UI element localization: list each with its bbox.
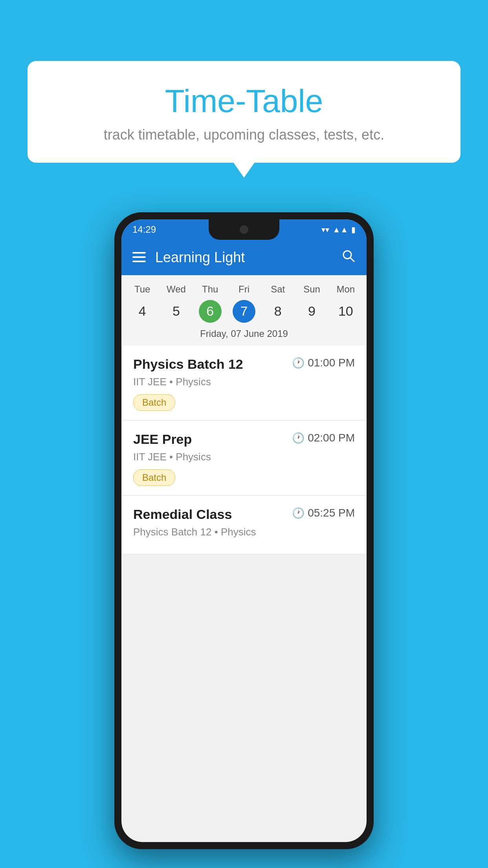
app-title: Learning Light [155,249,341,266]
status-icons: ▾▾ ▲▲ ▮ [321,225,356,234]
clock-icon-2: 🕐 [292,432,305,444]
class-time-2: 🕐 02:00 PM [292,432,355,444]
class-item-2-header: JEE Prep 🕐 02:00 PM [133,432,355,447]
class-time-text-2: 02:00 PM [308,432,355,444]
day-header-mon: Mon [329,281,363,298]
bubble-title: Time-Table [51,83,437,120]
speech-bubble-container: Time-Table track timetable, upcoming cla… [28,61,460,163]
status-time: 14:29 [132,224,156,235]
phone-mockup: 14:29 ▾▾ ▲▲ ▮ Learning Light [114,212,374,849]
day-headers: Tue Wed Thu Fri Sat Sun Mon [121,275,367,298]
svg-rect-0 [132,252,146,254]
day-10[interactable]: 10 [329,300,363,323]
signal-icon: ▲▲ [332,225,348,234]
class-name-2: JEE Prep [133,432,192,447]
class-time-text-3: 05:25 PM [308,507,355,519]
hamburger-icon[interactable] [132,250,146,265]
phone-outer: 14:29 ▾▾ ▲▲ ▮ Learning Light [114,212,374,849]
app-bar: Learning Light [121,240,367,275]
clock-icon-3: 🕐 [292,507,305,519]
class-name-3: Remedial Class [133,507,232,522]
bubble-subtitle: track timetable, upcoming classes, tests… [51,127,437,143]
selected-date-label: Friday, 07 June 2019 [121,324,367,341]
phone-notch [209,219,279,240]
wifi-icon: ▾▾ [321,225,329,234]
day-8[interactable]: 8 [261,300,295,323]
class-time-text-1: 01:00 PM [308,357,355,369]
day-4[interactable]: 4 [125,300,159,323]
class-item-1-header: Physics Batch 12 🕐 01:00 PM [133,357,355,372]
svg-point-3 [343,251,351,259]
day-header-sun: Sun [295,281,328,298]
speech-bubble: Time-Table track timetable, upcoming cla… [28,61,460,163]
class-item-3-header: Remedial Class 🕐 05:25 PM [133,507,355,522]
class-item-1[interactable]: Physics Batch 12 🕐 01:00 PM IIT JEE • Ph… [121,346,367,421]
day-header-fri: Fri [227,281,261,298]
day-header-tue: Tue [125,281,159,298]
camera-dot [240,225,248,234]
search-button[interactable] [341,249,356,267]
class-info-2: IIT JEE • Physics [133,451,355,463]
class-info-3: Physics Batch 12 • Physics [133,526,355,538]
phone-screen: 14:29 ▾▾ ▲▲ ▮ Learning Light [121,219,367,842]
class-item-2[interactable]: JEE Prep 🕐 02:00 PM IIT JEE • Physics Ba… [121,421,367,496]
batch-badge-1: Batch [133,394,175,411]
day-9[interactable]: 9 [295,300,328,323]
day-6-today[interactable]: 6 [193,300,227,323]
day-header-wed: Wed [159,281,193,298]
battery-icon: ▮ [351,225,356,234]
svg-rect-2 [132,261,146,262]
batch-badge-2: Batch [133,469,175,486]
class-item-3[interactable]: Remedial Class 🕐 05:25 PM Physics Batch … [121,496,367,554]
day-header-thu: Thu [193,281,227,298]
day-header-sat: Sat [261,281,295,298]
day-5[interactable]: 5 [159,300,193,323]
day-numbers: 4 5 6 7 8 9 10 [121,298,367,324]
class-name-1: Physics Batch 12 [133,357,243,372]
class-time-3: 🕐 05:25 PM [292,507,355,519]
class-time-1: 🕐 01:00 PM [292,357,355,369]
svg-rect-1 [132,256,146,258]
clock-icon-1: 🕐 [292,357,305,369]
svg-line-4 [350,258,354,262]
class-info-1: IIT JEE • Physics [133,376,355,388]
day-7-selected[interactable]: 7 [227,300,261,323]
calendar-strip: Tue Wed Thu Fri Sat Sun Mon 4 5 6 7 8 9 … [121,275,367,346]
